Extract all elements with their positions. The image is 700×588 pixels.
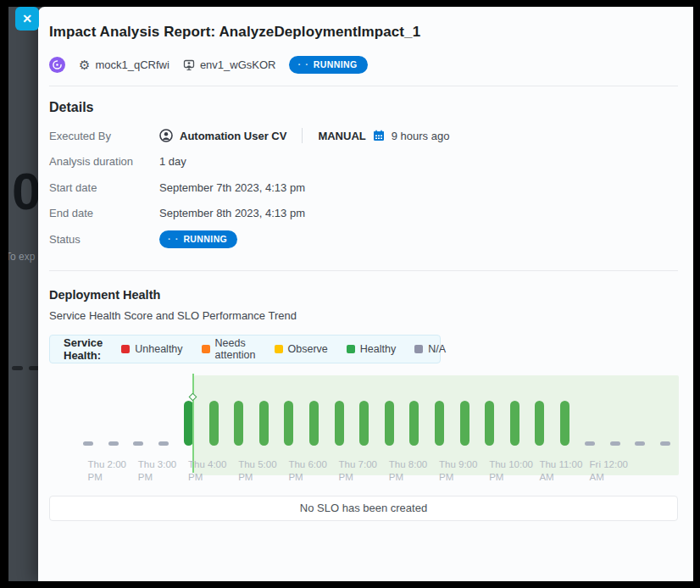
details-heading: Details <box>49 100 678 115</box>
axis-tick-label: Thu 2:00PM <box>88 458 126 484</box>
background-text-fragment: To exp <box>8 251 35 263</box>
status-badge: · · RUNNING <box>159 230 237 248</box>
divider <box>302 128 303 143</box>
close-button[interactable]: ✕ <box>15 7 39 31</box>
health-bar <box>335 401 344 446</box>
legend-item-label: Observe <box>288 343 328 355</box>
gear-icon: ⚙ <box>79 58 90 71</box>
deployment-health-heading: Deployment Health <box>49 288 678 302</box>
health-bar <box>585 441 595 446</box>
executed-time: 9 hours ago <box>392 130 450 142</box>
legend-item: Observe <box>275 343 328 355</box>
detail-row-status: Status · · RUNNING <box>49 226 678 252</box>
legend-swatch <box>202 345 210 353</box>
environment-icon <box>183 59 195 71</box>
detail-label: Executed By <box>49 130 159 142</box>
environment-label: env1_wGsKOR <box>200 58 276 71</box>
legend-item: N/A <box>414 343 446 355</box>
health-bar <box>510 401 519 446</box>
health-bar <box>660 441 670 446</box>
health-bar <box>359 401 369 446</box>
divider <box>49 270 678 271</box>
axis-tick-label: Thu 8:00PM <box>389 458 427 484</box>
running-dots: · · <box>168 234 179 245</box>
service-health-legend: Service Health: UnhealthyNeeds attention… <box>49 335 441 363</box>
health-bar <box>385 401 394 446</box>
chart-subtitle: Service Health Score and SLO Performance… <box>49 309 678 322</box>
verify-logo-icon <box>49 57 65 73</box>
overlay-backdrop: 0 To exp Impact Analysis Report: Analyze… <box>8 7 693 581</box>
health-bar <box>209 401 219 446</box>
detail-label: Analysis duration <box>49 155 159 168</box>
report-meta-row: ⚙ mock1_qCRfwi env1_wGsKOR · · RUNNING <box>49 56 678 74</box>
background-bar-stub <box>29 366 38 370</box>
running-dots: · · <box>297 59 308 70</box>
legend-item: Healthy <box>347 343 396 355</box>
legend-item-label: Healthy <box>360 343 396 355</box>
analysis-duration-value: 1 day <box>159 155 186 168</box>
legend-item: Unhealthy <box>121 343 182 355</box>
background-bar-stub <box>12 366 23 370</box>
legend-swatch <box>414 345 423 353</box>
impact-analysis-drawer: Impact Analysis Report: AnalyzeDeploymen… <box>38 7 693 581</box>
legend-swatch <box>347 345 355 353</box>
legend-item-label: Needs attention <box>215 337 256 361</box>
executed-by-user: Automation User CV <box>180 130 286 142</box>
health-bar <box>83 441 93 446</box>
details-rows: Executed By Automation User CV MANUAL 9 … <box>49 123 678 252</box>
slo-empty-message: No SLO has been created <box>300 502 427 514</box>
health-bar <box>184 401 193 446</box>
detail-label: Status <box>49 233 159 246</box>
health-bar <box>460 401 469 446</box>
legend-items: UnhealthyNeeds attentionObserveHealthyN/… <box>121 337 446 361</box>
detail-label: Start date <box>49 181 159 194</box>
health-bar <box>635 441 645 446</box>
trigger-type: MANUAL <box>318 130 365 142</box>
end-date-value: September 8th 2023, 4:13 pm <box>159 207 305 219</box>
status-badge-label: RUNNING <box>314 59 358 70</box>
calendar-icon <box>373 130 385 141</box>
health-bar <box>409 401 419 446</box>
axis-tick-label: Thu 5:00PM <box>238 458 276 484</box>
slo-empty-box: No SLO has been created <box>49 496 678 521</box>
legend-swatch <box>121 345 130 353</box>
health-bar <box>435 401 444 446</box>
health-bar <box>259 401 269 446</box>
health-chart: Thu 2:00PMThu 3:00PMThu 4:00PMThu 5:00PM… <box>49 374 678 485</box>
axis-tick-label: Thu 11:00AM <box>539 458 582 484</box>
start-date-value: September 7th 2023, 4:13 pm <box>159 181 305 194</box>
axis-tick-label: Thu 9:00PM <box>439 458 477 484</box>
monitored-service-label: mock1_qCRfwi <box>95 58 169 71</box>
background-page-fragment: 0 To exp <box>8 7 38 581</box>
status-badge-label: RUNNING <box>183 234 227 245</box>
axis-tick-label: Thu 10:00PM <box>489 458 533 484</box>
environment-item: env1_wGsKOR <box>183 58 276 71</box>
monitored-service-item: ⚙ mock1_qCRfwi <box>79 58 169 71</box>
axis-tick-label: Thu 4:00PM <box>188 458 226 484</box>
health-bar <box>610 441 620 446</box>
health-bar <box>108 441 119 446</box>
legend-item-label: N/A <box>428 343 446 355</box>
axis-tick-label: Thu 3:00PM <box>138 458 176 484</box>
axis-tick-label: Thu 6:00PM <box>288 458 326 484</box>
background-metric-fragment: 0 <box>12 161 38 221</box>
health-bar <box>284 401 293 446</box>
legend-item: Needs attention <box>202 337 256 361</box>
close-icon: ✕ <box>22 13 32 25</box>
detail-row-analysis-duration: Analysis duration 1 day <box>49 149 678 175</box>
detail-row-executed-by: Executed By Automation User CV MANUAL 9 … <box>49 123 678 149</box>
health-bar <box>309 401 319 446</box>
legend-item-label: Unhealthy <box>135 343 182 355</box>
detail-label: End date <box>49 207 159 219</box>
legend-swatch <box>275 345 283 353</box>
health-bar <box>560 401 569 446</box>
health-bar <box>133 441 143 446</box>
page-title: Impact Analysis Report: AnalyzeDeploymen… <box>49 24 678 41</box>
health-bar <box>535 401 544 446</box>
detail-row-start-date: Start date September 7th 2023, 4:13 pm <box>49 175 678 201</box>
axis-tick-label: Thu 7:00PM <box>339 458 377 484</box>
health-bar <box>158 441 169 446</box>
detail-row-end-date: End date September 8th 2023, 4:13 pm <box>49 201 678 227</box>
status-badge: · · RUNNING <box>289 56 367 74</box>
health-bar <box>234 401 243 446</box>
